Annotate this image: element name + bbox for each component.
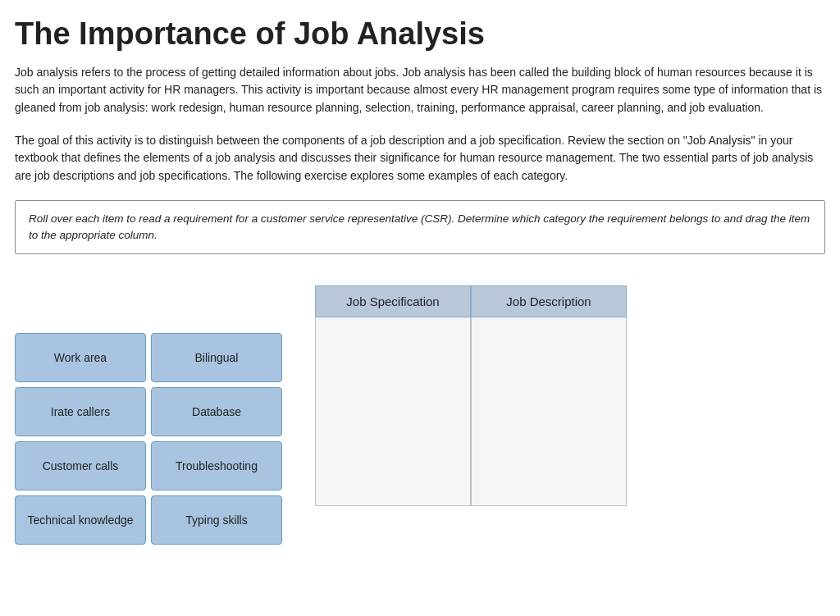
drag-item-troubleshooting[interactable]: Troubleshooting bbox=[151, 441, 282, 491]
drag-items-panel: Work areaBilingualIrate callersDatabaseC… bbox=[15, 333, 282, 545]
drop-column-header-job-specification: Job Specification bbox=[315, 285, 471, 317]
intro-paragraph: Job analysis refers to the process of ge… bbox=[15, 64, 825, 117]
drag-item-customer-calls[interactable]: Customer calls bbox=[15, 441, 146, 491]
drop-column-job-description: Job Description bbox=[471, 285, 627, 506]
drop-zone-area: Job SpecificationJob Description bbox=[315, 285, 627, 506]
activity-area: Work areaBilingualIrate callersDatabaseC… bbox=[15, 285, 825, 545]
drop-column-body-job-specification[interactable] bbox=[315, 317, 471, 506]
drag-item-technical-knowledge[interactable]: Technical knowledge bbox=[15, 495, 146, 545]
drop-column-job-specification: Job Specification bbox=[315, 285, 471, 506]
drag-item-typing-skills[interactable]: Typing skills bbox=[151, 495, 282, 545]
goal-paragraph: The goal of this activity is to distingu… bbox=[15, 132, 825, 185]
drag-item-database[interactable]: Database bbox=[151, 387, 282, 436]
page-title: The Importance of Job Analysis bbox=[15, 16, 825, 52]
drop-columns: Job SpecificationJob Description bbox=[315, 285, 627, 506]
drop-column-header-job-description: Job Description bbox=[471, 285, 627, 317]
drop-column-body-job-description[interactable] bbox=[471, 317, 627, 506]
drag-item-bilingual[interactable]: Bilingual bbox=[151, 333, 282, 382]
instruction-box: Roll over each item to read a requiremen… bbox=[15, 200, 825, 255]
drag-item-irate-callers[interactable]: Irate callers bbox=[15, 387, 146, 436]
drag-item-work-area[interactable]: Work area bbox=[15, 333, 146, 382]
instruction-text: Roll over each item to read a requiremen… bbox=[29, 211, 811, 244]
